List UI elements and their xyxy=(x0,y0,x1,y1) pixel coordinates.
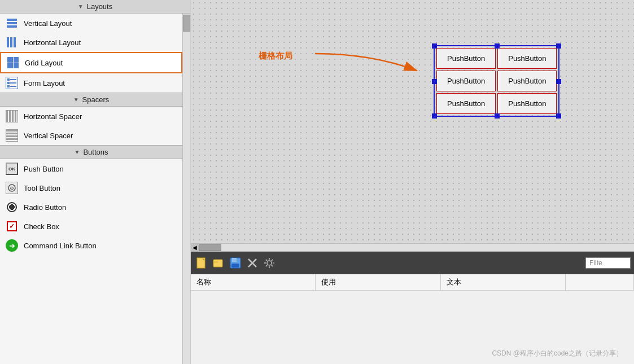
col-use: 使用 xyxy=(316,274,440,290)
buttons-header-label: Buttons xyxy=(83,148,108,156)
handle-bottom-center xyxy=(495,113,500,119)
annotation-label: 栅格布局 xyxy=(259,51,292,62)
grid-layout-label: Grid Layout xyxy=(25,59,63,67)
svg-rect-6 xyxy=(213,261,218,263)
svg-point-12 xyxy=(267,261,272,265)
handle-top-right xyxy=(556,43,561,49)
horizontal-layout-icon xyxy=(6,36,18,49)
layouts-header-label: Layouts xyxy=(87,2,113,11)
handle-bottom-left xyxy=(432,113,437,119)
buttons-collapse-arrow[interactable]: ▼ xyxy=(75,149,80,155)
sidebar: ▼ Layouts Vertical Layout Horizontal La xyxy=(0,0,191,364)
layouts-collapse-arrow[interactable]: ▼ xyxy=(78,3,84,10)
toolbar-icon-delete[interactable] xyxy=(245,256,260,270)
col-text: 文本 xyxy=(441,274,566,290)
canvas-area[interactable]: 栅格布局 xyxy=(191,0,634,251)
vertical-spacer-icon xyxy=(6,129,18,142)
sidebar-item-command-link-button[interactable]: ➜ Command Link Button xyxy=(0,236,182,255)
bottom-panel: Filte 名称 使用 文本 CSDN @程序小白的code之路（记录分享） xyxy=(191,251,634,364)
scroll-thumb[interactable] xyxy=(199,244,221,251)
toolbar-icon-save[interactable] xyxy=(228,256,243,270)
grid-pushbutton-4[interactable]: PushButton xyxy=(497,71,557,91)
scroll-left-button[interactable]: ◀ xyxy=(191,244,199,252)
handle-bottom-right xyxy=(556,113,561,119)
handle-mid-left xyxy=(432,79,437,84)
table-header: 名称 使用 文本 xyxy=(191,274,634,291)
sidebar-item-vertical-layout[interactable]: Vertical Layout xyxy=(0,14,182,33)
vertical-layout-icon xyxy=(6,17,18,29)
buttons-section-header: ▼ Buttons xyxy=(0,145,182,159)
tool-button-label: Tool Button xyxy=(24,184,60,192)
grid-pushbutton-1[interactable]: PushButton xyxy=(436,48,496,69)
svg-rect-5 xyxy=(213,260,222,267)
command-link-button-label: Command Link Button xyxy=(24,242,97,250)
svg-rect-9 xyxy=(231,264,239,267)
grid-pushbutton-2[interactable]: PushButton xyxy=(497,48,557,69)
handle-top-center xyxy=(495,43,500,49)
vertical-spacer-label: Vertical Spacer xyxy=(24,131,73,140)
sidebar-list: Vertical Layout Horizontal Layout xyxy=(0,14,182,364)
layouts-section-header: ▼ Layouts xyxy=(0,0,190,14)
form-layout-icon xyxy=(6,77,18,89)
grid-layout-widget: PushButton PushButton PushButton PushBut… xyxy=(434,45,559,117)
main-container: ▼ Layouts Vertical Layout Horizontal La xyxy=(0,0,634,364)
sidebar-item-push-button[interactable]: OK Push Button xyxy=(0,159,182,178)
grid-buttons-container: PushButton PushButton PushButton PushBut… xyxy=(436,48,557,114)
col-extra xyxy=(566,274,634,290)
horizontal-spacer-icon xyxy=(6,110,18,122)
spacers-section-header: ▼ Spacers xyxy=(0,93,182,107)
check-box-icon: ✓ xyxy=(6,220,18,233)
grid-pushbutton-3[interactable]: PushButton xyxy=(436,71,496,91)
bottom-toolbar: Filte xyxy=(191,252,634,274)
sidebar-item-vertical-spacer[interactable]: Vertical Spacer xyxy=(0,126,182,145)
svg-rect-8 xyxy=(232,258,237,262)
sidebar-item-grid-layout[interactable]: Grid Layout xyxy=(0,52,182,73)
watermark: CSDN @程序小白的code之路（记录分享） xyxy=(492,349,623,358)
vertical-layout-label: Vertical Layout xyxy=(24,19,72,28)
sidebar-item-form-layout[interactable]: Form Layout xyxy=(0,73,182,93)
handle-top-left xyxy=(432,43,437,49)
tool-button-icon: ⚙ xyxy=(6,182,18,194)
toolbar-icon-open[interactable] xyxy=(211,256,226,270)
spacers-collapse-arrow[interactable]: ▼ xyxy=(73,97,79,103)
spacers-header-label: Spacers xyxy=(82,95,110,104)
sidebar-scrollbar[interactable] xyxy=(182,14,190,364)
annotation-arrow xyxy=(304,42,428,87)
col-name: 名称 xyxy=(191,274,316,290)
toolbar-icon-settings[interactable] xyxy=(262,256,277,270)
grid-pushbutton-6[interactable]: PushButton xyxy=(497,93,557,114)
radio-button-label: Radio Button xyxy=(24,203,66,212)
toolbar-icon-new[interactable] xyxy=(194,256,209,270)
sidebar-item-radio-button[interactable]: Radio Button xyxy=(0,198,182,217)
push-button-label: Push Button xyxy=(24,165,64,173)
horizontal-layout-label: Horizontal Layout xyxy=(24,38,81,47)
horizontal-spacer-label: Horizontal Spacer xyxy=(24,112,82,121)
handle-mid-right xyxy=(556,79,561,84)
scrollbar-thumb[interactable] xyxy=(183,15,190,32)
sidebar-item-horizontal-spacer[interactable]: Horizontal Spacer xyxy=(0,107,182,126)
form-layout-label: Form Layout xyxy=(24,79,65,87)
grid-pushbutton-5[interactable]: PushButton xyxy=(436,93,496,114)
svg-text:⚙: ⚙ xyxy=(10,186,14,191)
grid-layout-icon xyxy=(7,56,19,69)
sidebar-item-tool-button[interactable]: ⚙ Tool Button xyxy=(0,178,182,198)
check-box-label: Check Box xyxy=(24,222,59,231)
command-link-button-icon: ➜ xyxy=(6,239,18,252)
sidebar-item-check-box[interactable]: ✓ Check Box xyxy=(0,217,182,236)
radio-button-icon xyxy=(6,201,18,213)
horizontal-scrollbar[interactable]: ◀ xyxy=(191,243,634,251)
sidebar-item-horizontal-layout[interactable]: Horizontal Layout xyxy=(0,33,182,52)
content-area: 栅格布局 xyxy=(191,0,634,364)
filter-input[interactable]: Filte xyxy=(585,257,631,269)
push-button-icon: OK xyxy=(6,163,18,175)
sidebar-scroll-container: Vertical Layout Horizontal Layout xyxy=(0,14,190,364)
